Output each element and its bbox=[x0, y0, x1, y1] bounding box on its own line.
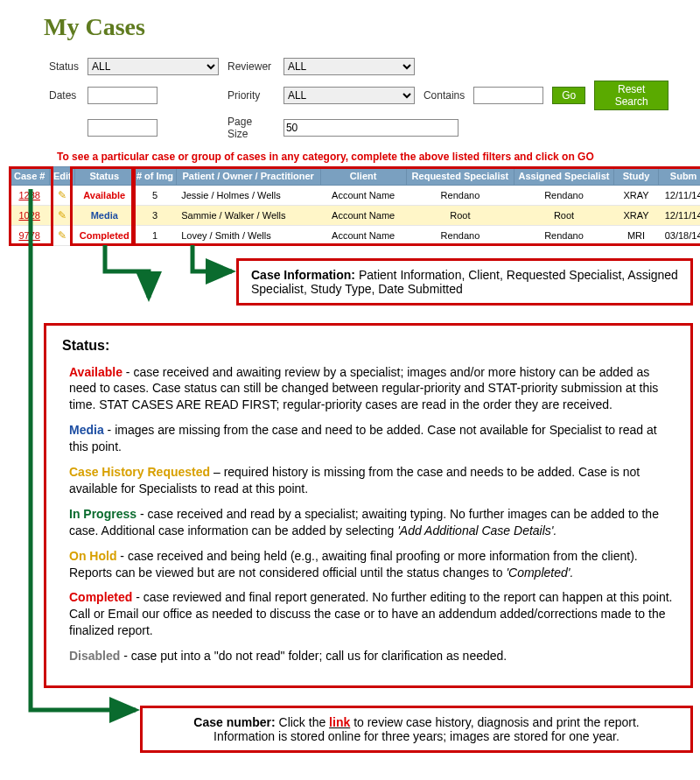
case-number-link-word: link bbox=[329, 715, 350, 729]
reqspec-cell: Rendano bbox=[406, 226, 514, 246]
status-item-text: - case received and awaiting review by a… bbox=[69, 365, 658, 412]
priority-select[interactable]: ALL bbox=[284, 87, 415, 104]
arrow-status bbox=[96, 245, 166, 306]
pop-cell: Lovey / Smith / Wells bbox=[176, 226, 320, 246]
status-item-text: - images are missing from the case and n… bbox=[69, 423, 657, 453]
case-number-callout: Case number: Click the link to review ca… bbox=[140, 706, 693, 753]
status-cell: Available bbox=[83, 190, 125, 200]
status-item: Case History Requested – required histor… bbox=[69, 464, 675, 497]
pop-cell: Jessie / Holmes / Wells bbox=[176, 186, 320, 206]
table-row: 1238✎Available5Jessie / Holmes / WellsAc… bbox=[10, 186, 701, 206]
col-status[interactable]: Status bbox=[75, 167, 134, 186]
reqspec-cell: Rendano bbox=[406, 186, 514, 206]
col-client[interactable]: Client bbox=[320, 167, 406, 186]
case-link[interactable]: 9778 bbox=[18, 230, 39, 241]
date-from-input[interactable] bbox=[88, 87, 158, 104]
nimg-cell: 5 bbox=[134, 186, 176, 206]
status-item-ital: 'Completed'. bbox=[506, 566, 573, 580]
case-number-post: to review case history, diagnosis and pr… bbox=[354, 715, 640, 729]
col-pop[interactable]: Patient / Owner / Practitioner bbox=[176, 167, 320, 186]
status-cell: Media bbox=[91, 210, 118, 221]
status-item-label: Completed bbox=[69, 590, 132, 604]
col-reqspec[interactable]: Requested Specialist bbox=[406, 167, 514, 186]
case-link[interactable]: 1238 bbox=[18, 190, 39, 200]
col-case[interactable]: Case # bbox=[10, 167, 50, 186]
nimg-cell: 3 bbox=[134, 206, 176, 226]
date-to-input[interactable] bbox=[88, 119, 158, 137]
contains-label: Contains bbox=[424, 89, 465, 102]
pencil-icon[interactable]: ✎ bbox=[58, 189, 66, 201]
client-cell: Account Name bbox=[320, 226, 406, 246]
reviewer-select[interactable]: ALL bbox=[284, 58, 415, 75]
status-item-label: Media bbox=[69, 423, 104, 437]
status-item-label: On Hold bbox=[69, 549, 116, 563]
col-study[interactable]: Study bbox=[613, 167, 659, 186]
study-cell: XRAY bbox=[613, 186, 659, 206]
nimg-cell: 1 bbox=[134, 226, 176, 246]
status-callout: Status: Available - case received and aw… bbox=[44, 323, 693, 688]
status-item: Media - images are missing from the case… bbox=[69, 422, 675, 455]
pop-cell: Sammie / Walker / Wells bbox=[176, 206, 320, 226]
reviewer-label: Reviewer bbox=[228, 60, 271, 73]
case-link[interactable]: 1028 bbox=[18, 210, 39, 221]
client-cell: Account Name bbox=[320, 206, 406, 226]
page-title: My Cases bbox=[44, 13, 674, 41]
case-info-label: Case Information: bbox=[251, 268, 355, 282]
status-item: Available - case received and awaiting r… bbox=[69, 364, 675, 414]
study-cell: MRI bbox=[613, 226, 659, 246]
pencil-icon[interactable]: ✎ bbox=[58, 229, 66, 242]
status-cell: Completed bbox=[80, 230, 130, 241]
status-item-label: Available bbox=[69, 365, 122, 379]
case-info-callout: Case Information: Patient Information, C… bbox=[236, 258, 693, 306]
col-aspec[interactable]: Assigned Specialist bbox=[514, 167, 613, 186]
subm-cell: 12/11/14 bbox=[659, 186, 700, 206]
status-item: Disabled - case put into a "do not read"… bbox=[69, 648, 675, 664]
aspec-cell: Rendano bbox=[514, 186, 613, 206]
status-label: Status bbox=[49, 60, 79, 73]
case-number-pre: Click the bbox=[279, 715, 330, 729]
pagesize-input[interactable] bbox=[284, 119, 458, 137]
priority-label: Priority bbox=[228, 89, 260, 102]
status-item-text: - case put into a "do not read" folder; … bbox=[120, 649, 507, 663]
status-heading: Status: bbox=[62, 336, 675, 355]
case-number-line2: Information is stored online for three y… bbox=[214, 729, 620, 743]
filters-panel: Status ALL Reviewer ALL Dates Priority A… bbox=[44, 54, 674, 144]
dates-label: Dates bbox=[49, 89, 76, 102]
status-item-text: - case reviewed and final report generat… bbox=[69, 590, 673, 637]
subm-cell: 12/11/14 bbox=[659, 206, 700, 226]
go-button[interactable]: Go bbox=[552, 87, 585, 104]
col-edit[interactable]: Edit bbox=[50, 167, 75, 186]
cases-grid: Case # Edit Status # of Img Patient / Ow… bbox=[9, 166, 700, 246]
aspec-cell: Rendano bbox=[514, 226, 613, 246]
filter-note: To see a particular case or group of cas… bbox=[57, 151, 674, 163]
study-cell: XRAY bbox=[613, 206, 659, 226]
status-item-text: - case received and read by a specialist… bbox=[69, 507, 659, 538]
client-cell: Account Name bbox=[320, 186, 406, 206]
col-nimg[interactable]: # of Img bbox=[134, 167, 176, 186]
subm-cell: 03/18/14 bbox=[659, 226, 700, 246]
pagesize-label: Page Size bbox=[228, 116, 252, 140]
table-row: 1028✎Media3Sammie / Walker / WellsAccoun… bbox=[10, 206, 701, 226]
col-subm[interactable]: Subm bbox=[659, 167, 700, 186]
reset-search-button[interactable]: Reset Search bbox=[594, 81, 668, 110]
status-item-label: In Progress bbox=[69, 507, 136, 521]
status-item: In Progress - case received and read by … bbox=[69, 506, 675, 539]
contains-input[interactable] bbox=[473, 87, 543, 104]
aspec-cell: Root bbox=[514, 206, 613, 226]
grid-wrapper: Case # Edit Status # of Img Patient / Ow… bbox=[9, 166, 700, 245]
table-row: 9778✎Completed1Lovey / Smith / WellsAcco… bbox=[10, 226, 701, 246]
reqspec-cell: Root bbox=[406, 206, 514, 226]
status-item-ital: 'Add Additional Case Details'. bbox=[397, 524, 556, 538]
status-item: On Hold - case received and being held (… bbox=[69, 548, 675, 581]
status-select[interactable]: ALL bbox=[88, 58, 219, 75]
case-number-label: Case number: bbox=[193, 715, 275, 729]
status-item-label: Disabled bbox=[69, 649, 120, 663]
status-item-label: Case History Requested bbox=[69, 465, 210, 479]
status-item: Completed - case reviewed and final repo… bbox=[69, 589, 675, 639]
pencil-icon[interactable]: ✎ bbox=[58, 209, 66, 221]
